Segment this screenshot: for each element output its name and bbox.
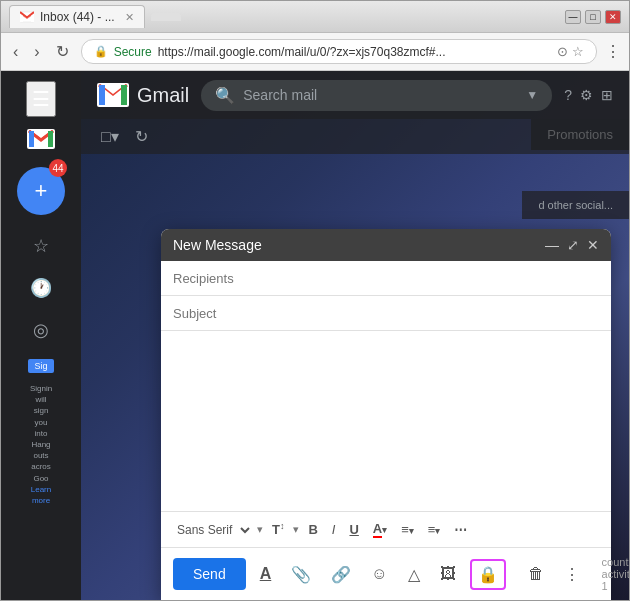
maximize-button[interactable]: □ xyxy=(585,10,601,24)
reload-button[interactable]: ↻ xyxy=(52,40,73,63)
unread-badge: 44 xyxy=(49,159,67,177)
inbox-toolbar: □▾ ↻ xyxy=(81,119,629,154)
compose-window: New Message — ⤢ ✕ xyxy=(161,229,611,600)
insert-link-button[interactable]: 🔗 xyxy=(325,561,357,588)
recipients-field xyxy=(161,261,611,296)
gmail-logo xyxy=(27,129,55,149)
settings-icon[interactable]: ⚙ xyxy=(580,87,593,103)
address-bar: ‹ › ↻ 🔒 Secure https://mail.google.com/m… xyxy=(1,33,629,71)
subject-field xyxy=(161,296,611,331)
svg-rect-6 xyxy=(121,85,127,105)
search-icon: 🔍 xyxy=(215,86,235,105)
attach-file-button[interactable]: 📎 xyxy=(285,561,317,588)
hamburger-menu-button[interactable]: ☰ xyxy=(26,81,56,117)
compose-plus-icon: + xyxy=(35,180,48,202)
help-icon[interactable]: ? xyxy=(564,87,572,103)
forward-button[interactable]: › xyxy=(30,41,43,63)
compose-actions-bar: Send A 📎 🔗 ☺ △ 🖼 🔒 🗑 ⋮ count activity: 1 xyxy=(161,547,611,600)
svg-rect-5 xyxy=(99,85,105,105)
compose-minimize-button[interactable]: — xyxy=(545,237,559,253)
social-label: d other social... xyxy=(538,199,613,211)
font-family-select[interactable]: Sans Serif xyxy=(169,520,253,540)
minimize-button[interactable]: — xyxy=(565,10,581,24)
text-color-button[interactable]: A▾ xyxy=(368,518,392,541)
sidebar-signup-text: SigninwillsignyouintoHangoutsacrosGoo Le… xyxy=(28,381,54,508)
more-format-button[interactable]: ⋯ xyxy=(449,519,472,540)
svg-rect-2 xyxy=(29,131,34,147)
search-dropdown-icon[interactable]: ▼ xyxy=(526,88,538,102)
delete-button[interactable]: 🗑 xyxy=(522,561,550,587)
subject-input[interactable] xyxy=(173,306,599,321)
close-button[interactable]: ✕ xyxy=(605,10,621,24)
emoji-button[interactable]: ☺ xyxy=(365,561,393,587)
social-banner: d other social... xyxy=(522,191,629,219)
search-bar[interactable]: 🔍 Search mail ▼ xyxy=(201,80,552,111)
title-bar-left: Inbox (44) - ... ✕ xyxy=(9,5,565,28)
gmail-header-logo-icon xyxy=(97,83,129,107)
sidebar-promo-button[interactable]: Sig xyxy=(28,359,53,373)
compose-window-controls: — ⤢ ✕ xyxy=(545,237,599,253)
bookmark-icon[interactable]: ☆ xyxy=(572,44,584,59)
account-activity-label: count activity: 1 xyxy=(602,556,629,592)
browser-menu-button[interactable]: ⋮ xyxy=(605,42,621,61)
recipients-input[interactable] xyxy=(173,271,599,286)
align-button[interactable]: ≡▾ xyxy=(396,519,419,540)
more-options-button[interactable]: ⋮ xyxy=(558,561,586,588)
url-text: https://mail.google.com/mail/u/0/?zx=xjs… xyxy=(158,45,551,59)
bold-button[interactable]: B xyxy=(303,519,322,540)
secure-label: Secure xyxy=(114,45,152,59)
refresh-button[interactable]: ↻ xyxy=(131,123,152,150)
gmail-header-logo: Gmail xyxy=(97,83,189,107)
compose-expand-button[interactable]: ⤢ xyxy=(567,237,579,253)
font-size-button[interactable]: T↕ xyxy=(267,518,289,540)
gmail-logo-icon xyxy=(27,129,55,149)
underline-button[interactable]: U xyxy=(344,519,363,540)
font-size-dropdown-icon: ▾ xyxy=(257,523,263,536)
url-bar[interactable]: 🔒 Secure https://mail.google.com/mail/u/… xyxy=(81,39,597,64)
gmail-app: ☰ + 44 ☆ 🕐 xyxy=(1,71,629,600)
send-button[interactable]: Send xyxy=(173,558,246,590)
gmail-favicon-icon xyxy=(20,10,34,24)
header-right: ? ⚙ ⊞ xyxy=(564,87,613,103)
compose-header[interactable]: New Message — ⤢ ✕ xyxy=(161,229,611,261)
star-icon[interactable]: ☆ xyxy=(27,229,55,263)
list-button[interactable]: ≡▾ xyxy=(423,519,446,540)
main-content: Gmail 🔍 Search mail ▼ ? ⚙ ⊞ Promotions xyxy=(81,71,629,600)
back-button[interactable]: ‹ xyxy=(9,41,22,63)
confidential-mode-button[interactable]: 🔒 xyxy=(470,559,506,590)
recent-icon[interactable]: 🕐 xyxy=(24,271,58,305)
gmail-wordmark: Gmail xyxy=(137,84,189,107)
cast-icon[interactable]: ⊙ xyxy=(557,44,568,59)
format-text-action-button[interactable]: A xyxy=(254,561,278,587)
drive-button[interactable]: △ xyxy=(402,561,426,588)
window-controls: — □ ✕ xyxy=(565,10,621,24)
new-tab[interactable] xyxy=(151,13,181,21)
learn-more-link[interactable]: Learnmore xyxy=(31,485,51,505)
tab-title: Inbox (44) - ... xyxy=(40,10,115,24)
compose-body[interactable] xyxy=(161,331,611,511)
svg-rect-3 xyxy=(48,131,53,147)
compose-area: + 44 xyxy=(17,161,65,221)
select-all-checkbox[interactable]: □▾ xyxy=(97,123,123,150)
title-bar: Inbox (44) - ... ✕ — □ ✕ xyxy=(1,1,629,33)
label-icon[interactable]: ◎ xyxy=(27,313,55,347)
apps-icon[interactable]: ⊞ xyxy=(601,87,613,103)
url-right-icons: ⊙ ☆ xyxy=(557,44,584,59)
insert-photo-button[interactable]: 🖼 xyxy=(434,561,462,587)
tab-close-button[interactable]: ✕ xyxy=(125,11,134,24)
compose-close-button[interactable]: ✕ xyxy=(587,237,599,253)
sidebar: ☰ + 44 ☆ 🕐 xyxy=(1,71,81,600)
italic-button[interactable]: I xyxy=(327,519,341,540)
text-size-dropdown-icon: ▾ xyxy=(293,523,299,536)
compose-format-toolbar: Sans Serif ▾ T↕ ▾ B I U A▾ ≡▾ ≡▾ ⋯ xyxy=(161,511,611,547)
active-tab[interactable]: Inbox (44) - ... ✕ xyxy=(9,5,145,28)
browser-window: Inbox (44) - ... ✕ — □ ✕ ‹ › ↻ 🔒 Secure … xyxy=(0,0,630,601)
gmail-header: Gmail 🔍 Search mail ▼ ? ⚙ ⊞ xyxy=(81,71,629,119)
secure-lock-icon: 🔒 xyxy=(94,45,108,58)
compose-title: New Message xyxy=(173,237,262,253)
search-input-placeholder: Search mail xyxy=(243,87,317,103)
promo-label: Sig xyxy=(34,361,47,371)
